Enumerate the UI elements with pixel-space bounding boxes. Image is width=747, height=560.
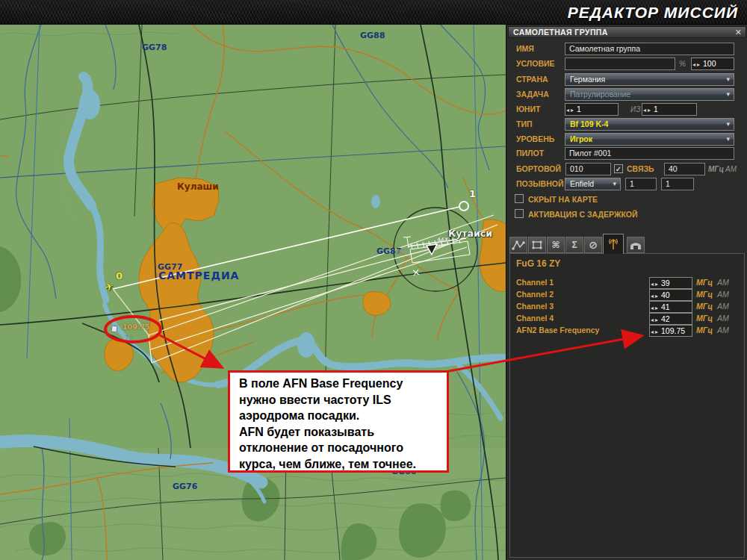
am-label: АМ <box>717 290 729 299</box>
name-input[interactable]: Самолетная группа <box>565 43 734 55</box>
channel-4-spinner[interactable]: ◂▸42 <box>649 313 692 325</box>
unit-total-spinner[interactable]: ◂▸1 <box>642 103 697 116</box>
condition-label: УСЛОВИЕ <box>516 59 555 68</box>
grid-label-gg76: GG76 <box>173 482 197 491</box>
tail-number-label: БОРТОВОЙ <box>516 164 561 173</box>
waypoints-icon <box>512 240 525 251</box>
unit-count-value: 1 <box>574 105 581 113</box>
tutorial-annotation-box: В поле AFN Base Frequency нужно ввести ч… <box>228 370 449 473</box>
name-label: ИМЯ <box>516 44 534 53</box>
channel-2-spinner[interactable]: ◂▸40 <box>649 289 692 301</box>
chevron-down-icon: ▾ <box>726 119 730 130</box>
condition-chance-value: 100 <box>701 59 716 68</box>
chevron-down-icon: ▾ <box>726 89 730 100</box>
task-dropdown[interactable]: Патрулирование ▾ <box>565 88 734 101</box>
level-dropdown[interactable]: Игрок ▾ <box>565 133 734 146</box>
tab-hangar[interactable] <box>627 237 645 253</box>
radio-set-title: FuG 16 ZY <box>516 258 560 269</box>
percent-label: % <box>679 60 686 68</box>
pilot-input[interactable]: Пилот #001 <box>565 147 734 160</box>
channel-3-label: Channel 3 <box>516 302 554 311</box>
condition-chance-spinner[interactable]: ◂▸100 <box>691 57 734 70</box>
aircraft-type-dropdown[interactable]: Bf 109 K-4 ▾ <box>565 118 734 131</box>
waypoint-1-label: 1 <box>469 188 476 199</box>
channel-2-value: 40 <box>659 290 670 299</box>
runway-info-label: 44X <box>437 237 448 243</box>
channel-3-value: 41 <box>659 302 670 311</box>
title-bar: РЕДАКТОР МИССИЙ <box>0 0 747 25</box>
ils-sub-label: 74 <box>125 335 133 342</box>
mhz-label: МГц <box>696 314 713 323</box>
mhz-label: МГц <box>708 165 724 173</box>
mhz-label: МГц <box>696 326 713 335</box>
unit-count-spinner[interactable]: ◂▸1 <box>565 103 619 116</box>
mhz-label: МГц <box>696 302 713 311</box>
country-dropdown[interactable]: Германия ▾ <box>565 73 734 86</box>
app-title: РЕДАКТОР МИССИЙ <box>568 0 738 25</box>
afn2-base-frequency-label: AFN2 Base Frequency <box>516 326 599 335</box>
map-terrain <box>0 0 506 560</box>
task-value: Патрулирование <box>570 90 630 99</box>
am-label: АМ <box>717 314 729 323</box>
annotation-line: курса, чем ближе, тем точнее. <box>239 456 447 473</box>
close-icon[interactable]: ✕ <box>735 27 742 38</box>
mission-editor-screen: GG78 GG88 GG77 GG87 477 GG76 GG66 Кулаши… <box>0 0 747 560</box>
ils-frequency-label: 109.75 <box>123 323 150 331</box>
type-label: ТИП <box>516 119 533 128</box>
callsign-label: ПОЗЫВНОЙ <box>516 179 563 188</box>
am-label: АМ <box>717 326 729 335</box>
callsign-number-input[interactable]: 1 <box>625 178 657 190</box>
callsign-value: Enfield <box>570 179 594 188</box>
annotation-line: В поле AFN Base Frequency <box>239 376 447 392</box>
annotation-line: аэродрома посадки. <box>239 408 447 424</box>
channel-4-label: Channel 4 <box>516 314 554 323</box>
callsign-dropdown[interactable]: Enfield ▾ <box>565 178 621 190</box>
map-canvas[interactable]: GG78 GG88 GG77 GG87 477 GG76 GG66 Кулаши… <box>0 0 506 560</box>
channel-4-value: 42 <box>659 314 670 323</box>
hidden-on-map-checkbox[interactable] <box>515 194 524 203</box>
country-value: Германия <box>570 75 605 84</box>
tab-selection[interactable] <box>528 237 546 253</box>
tab-radio[interactable] <box>603 234 624 254</box>
tab-sum[interactable]: Σ <box>565 237 583 253</box>
ils-beacon-icon <box>111 325 117 332</box>
am-label: АМ <box>717 278 729 287</box>
panel-header[interactable]: САМОЛЕТНАЯ ГРУППА ✕ <box>508 26 746 38</box>
grid-label-gg78: GG78 <box>142 43 167 52</box>
grid-label-gg88: GG88 <box>360 31 385 40</box>
chevron-down-icon: ▾ <box>726 134 730 145</box>
channel-3-spinner[interactable]: ◂▸41 <box>649 301 692 313</box>
chevron-down-icon: ▾ <box>726 74 730 85</box>
mhz-label: МГц <box>696 290 713 299</box>
delayed-activation-label: АКТИВАЦИЯ С ЗАДЕРЖКОЙ <box>528 210 638 219</box>
of-label: ИЗ <box>630 105 640 113</box>
tab-waypoints[interactable] <box>509 237 527 253</box>
unit-total-value: 1 <box>651 105 658 113</box>
elevation-label: 477 <box>397 249 410 256</box>
hangar-icon <box>629 240 642 251</box>
delayed-activation-checkbox[interactable] <box>515 209 524 218</box>
aircraft-group-panel: САМОЛЕТНАЯ ГРУППА ✕ ИМЯ Самолетная групп… <box>506 25 747 560</box>
comms-freq-input[interactable]: 40 <box>664 163 705 175</box>
comms-label: СВЯЗЬ <box>627 164 654 173</box>
selection-icon <box>530 240 544 251</box>
condition-input[interactable] <box>565 57 675 70</box>
comms-checkbox[interactable]: ✓ <box>614 164 623 173</box>
afn2-base-frequency-value: 109.75 <box>659 326 685 335</box>
channel-1-label: Channel 1 <box>516 278 554 287</box>
channel-1-value: 39 <box>659 279 670 287</box>
flight-number-input[interactable]: 1 <box>661 178 694 190</box>
town-label-kulashi: Кулаши <box>177 181 219 192</box>
level-value: Игрок <box>570 134 592 143</box>
unit-label: ЮНИТ <box>516 105 540 113</box>
am-label: АМ <box>717 302 729 311</box>
channel-1-spinner[interactable]: ◂▸39 <box>649 277 692 289</box>
afn2-base-frequency-spinner[interactable]: ◂▸109.75 <box>649 325 692 337</box>
tab-command[interactable]: ⌘ <box>547 237 565 253</box>
task-label: ЗАДАЧА <box>516 90 549 99</box>
annotation-line: AFN будет показывать <box>239 424 447 441</box>
am-label: АМ <box>725 165 737 173</box>
tab-disable[interactable]: ⊘ <box>584 237 602 253</box>
annotation-line: отклонение от посадочного <box>239 440 447 456</box>
tail-number-input[interactable]: 010 <box>565 163 611 175</box>
